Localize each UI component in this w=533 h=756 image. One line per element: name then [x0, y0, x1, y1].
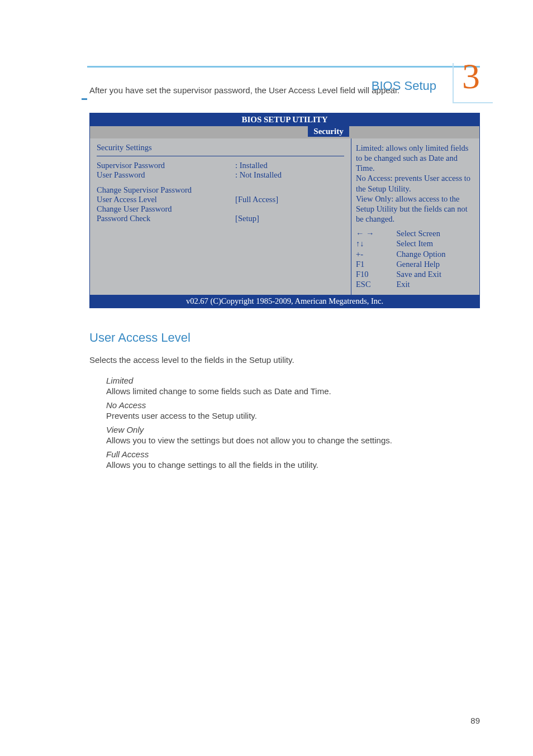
bios-supervisor-pw-label: Supervisor Password — [97, 161, 235, 170]
bios-footer: v02.67 (C)Copyright 1985-2009, American … — [90, 295, 479, 308]
bios-key: ↑↓ — [356, 238, 396, 248]
bios-user-pw-label: User Password — [97, 170, 235, 180]
option-fullaccess-name: Full Access — [106, 449, 480, 459]
option-limited-desc: Allows limited change to some fields suc… — [106, 385, 480, 397]
option-viewonly-desc: Allows you to view the settings but does… — [106, 434, 480, 446]
bios-help-text: Limited: allows only limited fields to b… — [356, 143, 475, 228]
section-description: Selects the access level to the fields i… — [89, 355, 480, 365]
bios-change-supervisor-pw: Change Supervisor Password — [97, 185, 235, 195]
bios-user-access-level-value: [Full Access] — [235, 195, 344, 204]
bios-title: BIOS SETUP UTILITY — [90, 113, 479, 126]
page-number: 89 — [470, 716, 480, 725]
bios-tab-bar: Security — [90, 126, 479, 138]
bios-key-action: Select Item — [396, 238, 475, 248]
chapter-number: 3 — [462, 56, 480, 97]
bios-key-row: F10Save and Exit — [356, 269, 475, 279]
bios-key-row: +-Change Option — [356, 249, 475, 259]
bios-settings-panel: Security Settings Supervisor Password : … — [90, 138, 351, 295]
option-fullaccess-desc: Allows you to change settings to all the… — [106, 459, 480, 471]
bios-divider — [97, 156, 344, 156]
option-viewonly-name: View Only — [106, 425, 480, 434]
bios-user-access-level-label: User Access Level — [97, 195, 235, 204]
bios-tab-security: Security — [308, 126, 349, 137]
bios-key-action: Exit — [396, 279, 475, 289]
bios-key-row: ← →Select Screen — [356, 228, 475, 238]
bios-key: F10 — [356, 269, 396, 279]
option-noaccess-name: No Access — [106, 400, 480, 410]
options-list: Limited Allows limited change to some fi… — [106, 376, 480, 471]
bios-key-action: Select Screen — [396, 228, 475, 238]
page-header: BIOS Setup 3 — [89, 66, 480, 68]
option-limited-name: Limited — [106, 376, 480, 385]
bios-panel-heading: Security Settings — [97, 143, 344, 152]
bios-setup-screenshot: BIOS SETUP UTILITY Security Security Set… — [89, 113, 480, 308]
bios-key-legend: ← →Select Screen↑↓Select Item+-Change Op… — [356, 228, 475, 289]
chapter-title: BIOS Setup — [372, 79, 436, 93]
header-tick-icon — [82, 98, 87, 100]
bios-key-row: ↑↓Select Item — [356, 238, 475, 248]
bios-key: ESC — [356, 279, 396, 289]
bios-key: +- — [356, 249, 396, 259]
bios-key-action: Save and Exit — [396, 269, 475, 279]
bios-supervisor-pw-value: : Installed — [235, 161, 344, 170]
bios-key-row: F1General Help — [356, 259, 475, 269]
bios-key-action: Change Option — [396, 249, 475, 259]
section-heading-user-access-level: User Access Level — [89, 331, 480, 345]
bios-password-check-value: [Setup] — [235, 214, 344, 223]
bios-help-panel: Limited: allows only limited fields to b… — [351, 138, 479, 295]
bios-key: ← → — [356, 228, 396, 238]
bios-key-row: ESCExit — [356, 279, 475, 289]
bios-user-pw-value: : Not Installed — [235, 170, 344, 180]
header-rule — [87, 66, 480, 68]
bios-password-check-label: Password Check — [97, 214, 235, 223]
bios-key: F1 — [356, 259, 396, 269]
bios-change-user-pw: Change User Password — [97, 204, 235, 214]
option-noaccess-desc: Prevents user access to the Setup utilit… — [106, 410, 480, 422]
bios-key-action: General Help — [396, 259, 475, 269]
